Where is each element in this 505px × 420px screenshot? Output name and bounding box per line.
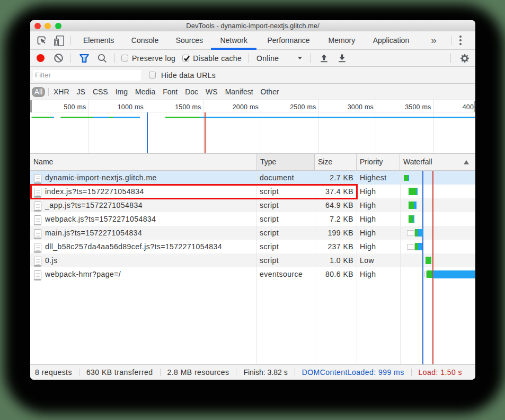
overview-scroll-thumb-right <box>474 101 476 112</box>
chip-other[interactable]: Other <box>261 88 279 96</box>
devtools-window: DevTools - dynamic-import-nextjs.glitch.… <box>30 20 475 380</box>
disable-cache-label[interactable]: Disable cache <box>193 54 242 63</box>
name-cell[interactable]: webpack-hmr?page=/ <box>30 267 256 281</box>
preserve-log-label[interactable]: Preserve log <box>132 54 175 63</box>
overview-load-line <box>205 112 206 153</box>
window-title: DevTools - dynamic-import-nextjs.glitch.… <box>30 20 475 31</box>
request-row[interactable]: dynamic-import-nextjs.glitch.medocument2… <box>30 171 475 185</box>
waterfall-cell[interactable] <box>400 212 475 226</box>
name-cell[interactable]: dll_b58c257da4aa56d89cef.js?ts=157227105… <box>30 240 256 253</box>
waterfall-bar-segment <box>409 188 417 195</box>
name-cell[interactable]: webpack.js?ts=1572271054834 <box>30 212 256 226</box>
chip-js[interactable]: JS <box>77 88 85 96</box>
import-har-icon[interactable] <box>320 54 328 63</box>
waterfall-bar-segment <box>407 230 415 236</box>
export-har-icon[interactable] <box>338 54 346 63</box>
overview-tick-label: 1000 ms <box>114 103 144 111</box>
waterfall-cell[interactable] <box>400 267 475 281</box>
chip-all[interactable]: All <box>32 87 45 97</box>
request-row[interactable]: 0.jsscript1.0 KBLow <box>30 253 475 267</box>
tab-console[interactable]: Console <box>123 31 167 50</box>
record-network-log-button[interactable] <box>37 54 45 62</box>
chip-css[interactable]: CSS <box>93 88 108 96</box>
column-header-type[interactable]: Type <box>256 154 315 170</box>
name-cell[interactable]: main.js?ts=1572271054834 <box>30 226 256 240</box>
tab-performance[interactable]: Performance <box>259 31 318 50</box>
name-cell[interactable]: dynamic-import-nextjs.glitch.me <box>30 171 256 185</box>
file-icon <box>34 229 41 238</box>
request-name: dynamic-import-nextjs.glitch.me <box>45 171 157 185</box>
search-icon[interactable] <box>98 54 107 63</box>
divider <box>295 369 295 376</box>
clear-icon[interactable] <box>54 54 63 63</box>
preserve-log-checkbox[interactable] <box>121 55 128 62</box>
device-toolbar-icon[interactable] <box>54 36 64 46</box>
column-header-priority[interactable]: Priority <box>357 154 400 170</box>
name-cell[interactable]: 0.js <box>30 253 256 267</box>
column-divider[interactable] <box>357 171 357 364</box>
waterfall-cell[interactable] <box>400 185 475 198</box>
requests-table-body: dynamic-import-nextjs.glitch.medocument2… <box>30 171 475 364</box>
divider <box>249 54 249 63</box>
waterfall-cell[interactable] <box>400 226 475 240</box>
resource-type-filter-row: All XHR JS CSS Img Media Font Doc WS Man… <box>30 84 475 100</box>
tab-network[interactable]: Network <box>212 31 256 50</box>
waterfall-cell[interactable] <box>400 171 475 185</box>
waterfall-cell[interactable] <box>400 240 475 253</box>
overview-tick-label: 2000 ms <box>229 103 259 111</box>
devtools-menu-kebab-icon[interactable] <box>459 36 462 45</box>
hide-data-urls-checkbox[interactable] <box>149 72 156 78</box>
chip-xhr[interactable]: XHR <box>54 88 69 96</box>
chip-ws[interactable]: WS <box>206 88 218 96</box>
chip-font[interactable]: Font <box>163 88 178 96</box>
disable-cache-checkbox[interactable] <box>182 55 189 62</box>
overview-tick-label: 1500 ms <box>172 103 201 111</box>
tab-elements[interactable]: Elements <box>75 31 122 50</box>
chip-manifest[interactable]: Manifest <box>225 88 253 96</box>
waterfall-bar-segment <box>426 257 431 264</box>
request-row[interactable]: dll_b58c257da4aa56d89cef.js?ts=157227105… <box>30 240 475 253</box>
request-row[interactable]: main.js?ts=1572271054834script199 KBHigh <box>30 226 475 240</box>
chip-img[interactable]: Img <box>116 88 128 96</box>
column-header-name[interactable]: Name <box>30 154 256 170</box>
request-priority: High <box>360 226 400 240</box>
request-size: 80.6 KB <box>315 267 353 281</box>
network-overview-timeline[interactable]: 500 ms1000 ms1500 ms2000 ms2500 ms3000 m… <box>30 100 475 154</box>
inspect-element-icon[interactable] <box>37 36 46 45</box>
tab-application[interactable]: Application <box>365 31 418 50</box>
tab-memory[interactable]: Memory <box>320 31 364 50</box>
filter-icon[interactable] <box>79 54 89 63</box>
settings-gear-icon[interactable] <box>460 54 469 63</box>
request-row[interactable]: webpack-hmr?page=/eventsource80.6 KBHigh <box>30 267 475 281</box>
filter-input[interactable] <box>33 70 141 81</box>
overview-tick-label: 3000 ms <box>344 103 374 111</box>
overview-tick-label: 2500 ms <box>287 103 316 111</box>
overview-tick-label: 3500 ms <box>402 103 431 111</box>
name-cell[interactable]: _app.js?ts=1572271054834 <box>30 198 256 212</box>
column-divider[interactable] <box>256 171 257 364</box>
tab-sources[interactable]: Sources <box>167 31 211 50</box>
request-row[interactable]: webpack.js?ts=1572271054834script7.2 KBH… <box>30 212 475 226</box>
waterfall-cell[interactable] <box>400 198 475 212</box>
file-icon <box>34 270 41 279</box>
throttling-value: Online <box>256 54 279 63</box>
sort-ascending-icon <box>464 160 469 164</box>
more-tabs-chevron[interactable]: » <box>426 32 442 49</box>
waterfall-cell[interactable] <box>400 253 475 267</box>
hide-data-urls-label[interactable]: Hide data URLs <box>161 71 216 80</box>
request-priority: Highest <box>360 171 400 185</box>
file-icon <box>34 215 41 224</box>
divider <box>451 36 451 45</box>
overview-request-bar <box>32 117 51 118</box>
chip-doc[interactable]: Doc <box>185 88 198 96</box>
divider <box>70 36 71 45</box>
titlebar: DevTools - dynamic-import-nextjs.glitch.… <box>30 20 475 31</box>
request-row[interactable]: _app.js?ts=1572271054834script64.9 KBHig… <box>30 198 475 212</box>
throttling-select[interactable]: Online <box>256 54 302 63</box>
request-size: 64.9 KB <box>315 198 353 212</box>
column-header-size[interactable]: Size <box>315 154 357 170</box>
overview-gridline <box>146 100 146 153</box>
overview-gridline <box>261 100 261 153</box>
waterfall-bar-segment <box>433 270 476 278</box>
chip-media[interactable]: Media <box>135 88 155 96</box>
